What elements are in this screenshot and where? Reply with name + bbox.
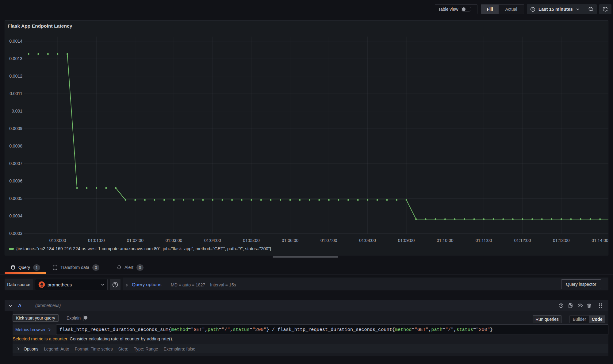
svg-text:01:12:00: 01:12:00 — [514, 238, 531, 243]
svg-text:01:08:00: 01:08:00 — [359, 238, 376, 243]
svg-text:0.0004: 0.0004 — [9, 213, 22, 218]
svg-text:01:07:00: 01:07:00 — [320, 238, 337, 243]
svg-text:01:04:00: 01:04:00 — [204, 238, 221, 243]
svg-text:0.0013: 0.0013 — [9, 56, 22, 61]
svg-text:0.0011: 0.0011 — [10, 91, 22, 96]
svg-text:0.0008: 0.0008 — [9, 144, 22, 148]
svg-text:01:03:00: 01:03:00 — [166, 238, 182, 243]
svg-text:0.0007: 0.0007 — [9, 161, 22, 166]
svg-text:01:05:00: 01:05:00 — [243, 238, 260, 243]
svg-text:01:11:00: 01:11:00 — [476, 238, 492, 243]
svg-text:01:02:00: 01:02:00 — [127, 238, 144, 243]
svg-text:0.0009: 0.0009 — [9, 126, 22, 131]
svg-text:01:13:00: 01:13:00 — [553, 238, 570, 243]
svg-text:0.0006: 0.0006 — [9, 178, 22, 183]
svg-text:01:06:00: 01:06:00 — [282, 238, 299, 243]
svg-text:0.0005: 0.0005 — [9, 196, 22, 201]
svg-text:0.0012: 0.0012 — [9, 74, 22, 79]
svg-text:01:09:00: 01:09:00 — [398, 238, 415, 243]
svg-text:0.001: 0.001 — [12, 109, 22, 113]
svg-text:01:14:00: 01:14:00 — [592, 238, 608, 243]
svg-text:0.0003: 0.0003 — [9, 231, 22, 236]
svg-text:01:00:00: 01:00:00 — [49, 238, 66, 243]
svg-text:01:01:00: 01:01:00 — [88, 238, 105, 243]
svg-text:0.0014: 0.0014 — [9, 39, 22, 44]
svg-text:01:10:00: 01:10:00 — [437, 238, 454, 243]
